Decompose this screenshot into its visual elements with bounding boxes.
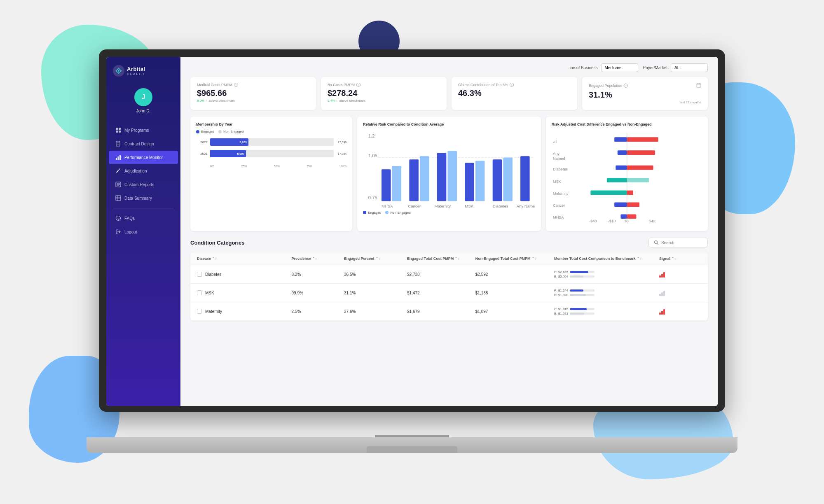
document-icon <box>115 141 121 147</box>
benchmark-fill-b-maternity <box>570 313 584 315</box>
sort-signal-icon: ⌃⌄ <box>672 257 677 260</box>
search-input[interactable] <box>661 240 702 245</box>
sidebar-item-logout[interactable]: Logout <box>109 225 178 238</box>
signal-bar-3 <box>663 272 665 278</box>
svg-rect-74 <box>627 191 633 195</box>
checkbox-diabetes[interactable] <box>197 272 202 277</box>
td-prevalence-diabetes: 8.2% <box>292 272 344 277</box>
sidebar-divider <box>113 208 174 208</box>
th-signal[interactable]: Signal ⌃⌄ <box>659 257 701 261</box>
kpi-medical-title: Medical Costs PMPM i <box>197 83 309 87</box>
svg-rect-42 <box>420 156 429 201</box>
pm-select[interactable]: ALL <box>671 63 708 72</box>
laptop-wrapper: Arbital HEALTH J John D. <box>99 49 725 453</box>
signal-bar-mat-2 <box>661 311 663 315</box>
x-label-0: 0% <box>210 165 214 168</box>
th-engaged-cost[interactable]: Engaged Total Cost PMPM ⌃⌄ <box>407 257 475 261</box>
sidebar-item-faqs[interactable]: ? FAQs <box>109 212 178 225</box>
membership-legend: Engaged Non-Engaged <box>196 130 346 133</box>
sidebar-item-custom-reports[interactable]: Custom Reports <box>109 178 178 191</box>
svg-rect-43 <box>437 153 446 201</box>
table-header: Disease ⌃⌄ Prevalence ⌃⌄ Engaged Percent… <box>190 252 708 265</box>
th-benchmark[interactable]: Member Total Cost Comparison to Benchmar… <box>554 257 659 261</box>
sort-engaged-pct-icon: ⌃⌄ <box>376 257 381 260</box>
th-disease[interactable]: Disease ⌃⌄ <box>197 257 292 261</box>
sidebar-item-contract-design[interactable]: Contract Design <box>109 137 178 150</box>
svg-rect-66 <box>627 137 658 142</box>
benchmark-bar-b-diabetes <box>570 275 595 278</box>
legend-label-nonengaged: Non-Engaged <box>223 130 243 133</box>
kpi-rx-info-icon: i <box>356 83 360 87</box>
conditions-title: Condition Categories <box>190 240 244 246</box>
sidebar-item-adjudication[interactable]: Adjudication <box>109 164 178 177</box>
x-label-75: 75% <box>307 165 312 168</box>
td-engaged-cost-msk: $1,472 <box>407 291 475 295</box>
row-diabetes: Diabetes 8.2% 36.5% $2,738 $2,592 P: $2, <box>190 265 708 283</box>
row-msk: MSK 99.9% 31.1% $1,472 $1,138 P: $1,244 <box>190 284 708 302</box>
benchmark-mini-diabetes: P: $2,665 B: $2,064 <box>554 270 659 278</box>
nav-label-performance-monitor: Performance Monitor <box>124 155 163 160</box>
svg-line-85 <box>657 243 658 245</box>
nav-label-custom-reports: Custom Reports <box>124 182 154 187</box>
calendar-icon <box>696 83 701 88</box>
bar-year-2021: 2021 <box>196 152 208 156</box>
sidebar-item-data-summary[interactable]: Data Summary <box>109 191 178 205</box>
svg-text:Diabetes: Diabetes <box>553 167 568 171</box>
svg-rect-40 <box>392 166 401 201</box>
svg-rect-15 <box>118 156 119 160</box>
signal-bar-msk-3 <box>663 291 665 296</box>
benchmark-bar-b-msk <box>570 294 595 296</box>
svg-rect-67 <box>618 150 627 155</box>
sort-prevalence-icon: ⌃⌄ <box>312 257 317 260</box>
svg-text:$40: $40 <box>649 219 655 223</box>
svg-rect-65 <box>614 137 627 142</box>
sidebar-item-performance-monitor[interactable]: Performance Monitor <box>109 151 178 164</box>
bar-year-2022: 2022 <box>196 140 208 144</box>
nav-label-faqs: FAQs <box>124 216 135 221</box>
sidebar: Arbital HEALTH J John D. <box>106 57 180 406</box>
td-nonengaged-cost-diabetes: $2,592 <box>475 272 554 277</box>
svg-text:Maternity: Maternity <box>435 204 451 208</box>
svg-rect-70 <box>627 166 653 170</box>
benchmark-bar-p-msk <box>570 289 595 292</box>
checkbox-msk[interactable] <box>197 290 202 295</box>
risk-chart: Relative Risk Compared to Condition Aver… <box>357 117 541 231</box>
laptop-screen: Arbital HEALTH J John D. <box>106 57 718 406</box>
lob-select[interactable]: Medicare Medicaid Commercial <box>601 63 638 72</box>
legend-dot-engaged <box>196 130 199 133</box>
checkbox-maternity[interactable] <box>197 309 202 314</box>
kpi-medical-sub: 8.0% ↑ above benchmark <box>197 99 309 103</box>
kpi-engaged-info-icon: i <box>624 84 628 88</box>
svg-text:-$10: -$10 <box>608 219 616 223</box>
th-nonengaged-cost[interactable]: Non-Engaged Total Cost PMPM ⌃⌄ <box>475 257 554 261</box>
sidebar-item-my-programs[interactable]: My Programs <box>109 124 178 137</box>
risk-legend: Engaged Non-Engaged <box>363 211 535 215</box>
charts-row: Membership By Year Engaged Non-Engaged <box>180 117 718 238</box>
svg-rect-78 <box>627 214 636 219</box>
svg-text:Any Named: Any Named <box>517 204 535 208</box>
svg-text:Any: Any <box>553 152 559 156</box>
benchmark-bar-p-maternity <box>570 308 595 310</box>
svg-rect-68 <box>627 150 655 155</box>
kpi-engaged-title: Engaged Population i <box>589 83 701 89</box>
svg-rect-39 <box>382 169 391 201</box>
benchmark-b-msk: B: $1,320 <box>554 293 659 297</box>
logo-area: Arbital HEALTH <box>106 57 180 83</box>
svg-rect-72 <box>627 178 648 182</box>
th-prevalence[interactable]: Prevalence ⌃⌄ <box>292 257 344 261</box>
kpi-engaged-sub: last 12 months <box>589 100 701 104</box>
search-box[interactable] <box>648 238 708 247</box>
logout-icon <box>115 229 121 235</box>
gavel-icon <box>115 168 121 174</box>
svg-text:-$40: -$40 <box>589 219 597 223</box>
kpi-rx-value: $278.24 <box>328 89 440 98</box>
signal-bar-2 <box>661 274 663 278</box>
svg-text:Cancer: Cancer <box>408 204 421 208</box>
th-engaged-pct[interactable]: Engaged Percent ⌃⌄ <box>344 257 407 261</box>
td-disease-maternity: Maternity <box>197 309 292 314</box>
nav-label-logout: Logout <box>124 230 137 234</box>
table-row-maternity: Maternity 2.5% 37.6% $1,679 $1,897 P: $1 <box>190 302 708 321</box>
main-content: Line of Business Medicare Medicaid Comme… <box>180 57 718 406</box>
svg-rect-77 <box>620 214 627 219</box>
benchmark-mini-msk: P: $1,244 B: $1,320 <box>554 289 659 297</box>
